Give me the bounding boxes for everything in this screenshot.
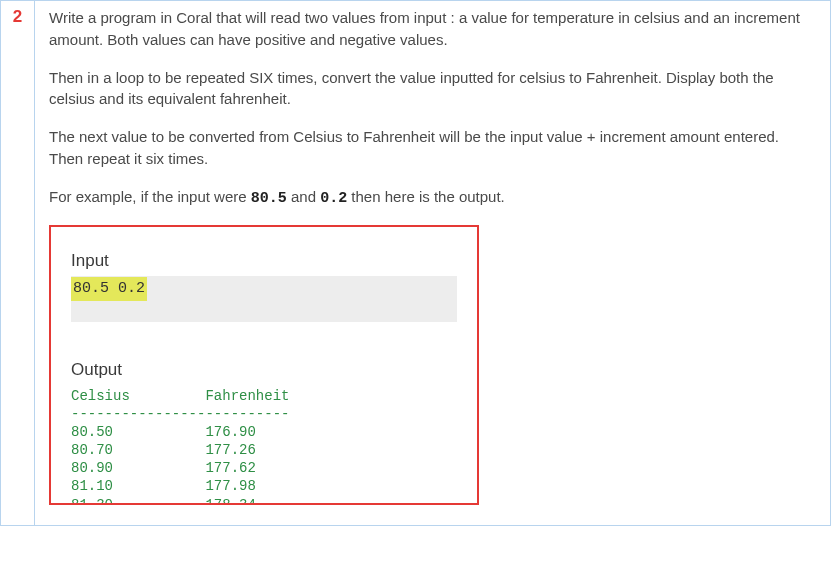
paragraph-1: Write a program in Coral that will read … bbox=[49, 7, 816, 51]
input-bar: 80.5 0.2 bbox=[71, 276, 457, 322]
p4-val1: 80.5 bbox=[251, 190, 287, 207]
paragraph-4: For example, if the input were 80.5 and … bbox=[49, 186, 816, 210]
output-label: Output bbox=[71, 358, 457, 383]
p4-prefix: For example, if the input were bbox=[49, 188, 251, 205]
paragraph-2: Then in a loop to be repeated SIX times,… bbox=[49, 67, 816, 111]
input-value: 80.5 0.2 bbox=[71, 277, 147, 301]
output-block: Celsius Fahrenheit ---------------------… bbox=[71, 387, 457, 506]
question-row: 2 Write a program in Coral that will rea… bbox=[0, 0, 831, 526]
p4-mid: and bbox=[287, 188, 320, 205]
p4-val2: 0.2 bbox=[320, 190, 347, 207]
example-panel: Input 80.5 0.2 Output Celsius Fahrenheit… bbox=[49, 225, 479, 505]
paragraph-3: The next value to be converted from Cels… bbox=[49, 126, 816, 170]
question-content: Write a program in Coral that will read … bbox=[35, 1, 830, 525]
question-number: 2 bbox=[1, 1, 35, 525]
p4-suffix: then here is the output. bbox=[347, 188, 505, 205]
input-label: Input bbox=[71, 249, 457, 274]
